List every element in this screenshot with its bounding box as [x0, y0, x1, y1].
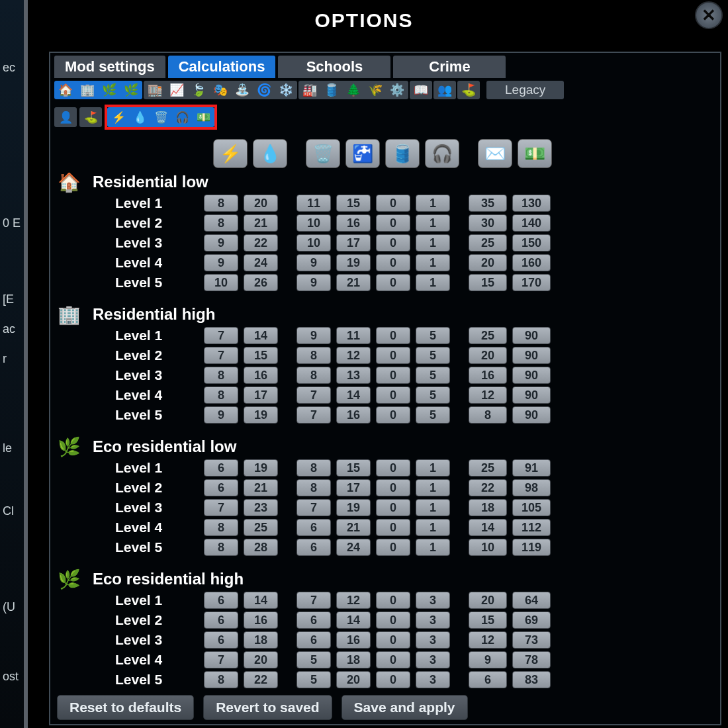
value-cell[interactable]: 0: [376, 214, 410, 232]
value-cell[interactable]: 18: [469, 499, 507, 516]
value-cell[interactable]: 21: [244, 479, 278, 496]
value-cell[interactable]: 0: [376, 195, 410, 212]
value-cell[interactable]: 0: [376, 592, 410, 609]
value-cell[interactable]: 9: [204, 406, 238, 424]
value-cell[interactable]: 10: [296, 234, 331, 251]
value-cell[interactable]: 8: [204, 387, 238, 404]
save-apply-button[interactable]: Save and apply: [341, 695, 468, 720]
value-cell[interactable]: 5: [416, 347, 450, 364]
value-cell[interactable]: 0: [376, 651, 410, 668]
value-cell[interactable]: 17: [336, 234, 371, 251]
tab-calculations[interactable]: Calculations: [168, 56, 276, 78]
value-cell[interactable]: 10: [469, 539, 507, 556]
value-cell[interactable]: 25: [469, 327, 507, 344]
value-cell[interactable]: 9: [296, 254, 331, 271]
value-cell[interactable]: 119: [512, 539, 551, 556]
value-cell[interactable]: 0: [376, 254, 410, 271]
value-cell[interactable]: 16: [244, 367, 278, 384]
category-icon[interactable]: 🏠: [55, 81, 76, 99]
value-cell[interactable]: 24: [336, 539, 371, 556]
value-cell[interactable]: 15: [336, 459, 371, 477]
icon-group[interactable]: 🏭🛢️🌲🌾⚙️: [298, 81, 408, 99]
legacy-button[interactable]: Legacy: [486, 81, 564, 99]
category-icon[interactable]: 🏬: [144, 81, 165, 99]
value-cell[interactable]: 1: [416, 519, 450, 536]
value-cell[interactable]: 14: [336, 387, 371, 404]
value-cell[interactable]: 12: [336, 592, 371, 609]
icon-group[interactable]: ⚡💧🗑️🎧💵: [107, 107, 214, 127]
value-cell[interactable]: 8: [204, 539, 238, 556]
category-icon[interactable]: 🌿: [99, 81, 120, 99]
value-cell[interactable]: 8: [204, 367, 238, 384]
value-cell[interactable]: 12: [336, 347, 371, 364]
value-cell[interactable]: 6: [204, 459, 238, 477]
category-icon[interactable]: 👥: [434, 81, 455, 99]
value-cell[interactable]: 20: [336, 671, 371, 688]
value-cell[interactable]: 6: [204, 631, 238, 649]
value-cell[interactable]: 78: [512, 651, 551, 668]
value-cell[interactable]: 0: [376, 459, 410, 477]
category-icon[interactable]: 🛢️: [321, 81, 342, 99]
value-cell[interactable]: 7: [204, 327, 238, 344]
value-cell[interactable]: 0: [376, 671, 410, 688]
category-icon[interactable]: 🌾: [365, 81, 386, 99]
value-cell[interactable]: 150: [512, 234, 551, 251]
value-cell[interactable]: 19: [244, 406, 278, 424]
value-cell[interactable]: 15: [336, 195, 371, 212]
value-cell[interactable]: 73: [512, 631, 551, 649]
value-cell[interactable]: 7: [296, 592, 331, 609]
value-cell[interactable]: 0: [376, 479, 410, 496]
value-cell[interactable]: 90: [512, 367, 551, 384]
revert-saved-button[interactable]: Revert to saved: [203, 695, 332, 720]
value-cell[interactable]: 8: [296, 479, 331, 496]
value-cell[interactable]: 21: [244, 214, 278, 232]
value-cell[interactable]: 35: [469, 195, 507, 212]
value-cell[interactable]: 6: [469, 671, 507, 688]
category-icon[interactable]: 🌿: [120, 81, 142, 99]
value-cell[interactable]: 15: [469, 612, 507, 629]
value-cell[interactable]: 90: [512, 327, 551, 344]
value-cell[interactable]: 17: [336, 479, 371, 496]
value-cell[interactable]: 24: [244, 254, 278, 271]
value-cell[interactable]: 1: [416, 254, 450, 271]
icon-group[interactable]: ⛳: [457, 81, 480, 99]
value-cell[interactable]: 6: [204, 592, 238, 609]
value-cell[interactable]: 0: [376, 347, 410, 364]
value-cell[interactable]: 1: [416, 539, 450, 556]
value-cell[interactable]: 7: [204, 499, 238, 516]
value-cell[interactable]: 3: [416, 671, 450, 688]
value-cell[interactable]: 14: [244, 592, 278, 609]
value-cell[interactable]: 8: [204, 195, 238, 212]
value-cell[interactable]: 112: [512, 519, 551, 536]
value-cell[interactable]: 11: [296, 195, 331, 212]
value-cell[interactable]: 26: [244, 274, 278, 291]
value-cell[interactable]: 8: [296, 367, 331, 384]
value-cell[interactable]: 0: [376, 406, 410, 424]
icon-group[interactable]: 🏠🏢🌿🌿: [54, 81, 142, 99]
category-icon[interactable]: 🏢: [77, 81, 98, 99]
value-cell[interactable]: 6: [296, 631, 331, 649]
value-cell[interactable]: 3: [416, 631, 450, 649]
value-cell[interactable]: 1: [416, 459, 450, 477]
value-cell[interactable]: 130: [512, 195, 551, 212]
value-cell[interactable]: 0: [376, 612, 410, 629]
value-cell[interactable]: 20: [469, 347, 507, 364]
tab-mod-settings[interactable]: Mod settings: [54, 56, 165, 78]
value-cell[interactable]: 12: [469, 631, 507, 649]
value-cell[interactable]: 0: [376, 367, 410, 384]
value-cell[interactable]: 5: [296, 671, 331, 688]
subcategory-icon[interactable]: ⛳: [81, 109, 101, 126]
value-cell[interactable]: 7: [296, 387, 331, 404]
value-cell[interactable]: 19: [336, 254, 371, 271]
value-cell[interactable]: 11: [336, 327, 371, 344]
value-cell[interactable]: 21: [336, 519, 371, 536]
value-cell[interactable]: 20: [469, 254, 507, 271]
value-cell[interactable]: 5: [416, 327, 450, 344]
value-cell[interactable]: 1: [416, 214, 450, 232]
value-cell[interactable]: 18: [244, 631, 278, 649]
value-cell[interactable]: 19: [244, 459, 278, 477]
value-cell[interactable]: 22: [244, 234, 278, 251]
icon-group[interactable]: 📖: [410, 81, 432, 99]
value-cell[interactable]: 18: [336, 651, 371, 668]
subcategory-icon[interactable]: 🗑️: [151, 109, 171, 126]
